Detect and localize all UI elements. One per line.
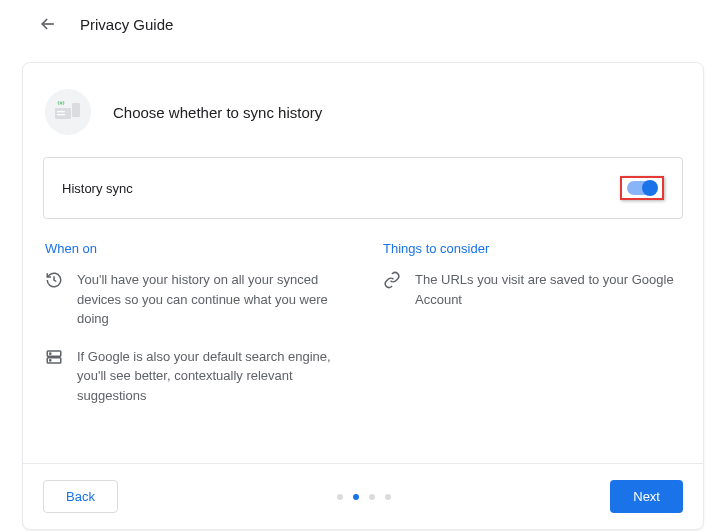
svg-rect-0 [55, 108, 71, 119]
footer: Back Next [23, 463, 703, 529]
header: Privacy Guide [0, 0, 726, 48]
step-dot [337, 494, 343, 500]
devices-sync-icon [45, 89, 91, 135]
back-arrow-icon[interactable] [38, 14, 58, 34]
history-clock-icon [45, 271, 63, 329]
when-on-column: When on You'll have your history on all … [45, 241, 343, 423]
svg-point-7 [50, 353, 51, 354]
history-sync-toggle[interactable] [627, 181, 657, 195]
consider-title: Things to consider [383, 241, 681, 256]
hero-title: Choose whether to sync history [113, 104, 322, 121]
toggle-highlight [620, 176, 664, 200]
bullet-text: If Google is also your default search en… [77, 347, 343, 406]
list-item: The URLs you visit are saved to your Goo… [383, 270, 681, 309]
svg-rect-2 [57, 114, 65, 115]
page-title: Privacy Guide [80, 16, 173, 33]
next-button[interactable]: Next [610, 480, 683, 513]
back-button[interactable]: Back [43, 480, 118, 513]
svg-point-4 [60, 102, 63, 105]
step-dots [337, 494, 391, 500]
consider-column: Things to consider The URLs you visit ar… [383, 241, 681, 423]
step-dot [385, 494, 391, 500]
history-sync-setting-row: History sync [43, 157, 683, 219]
info-columns: When on You'll have your history on all … [23, 219, 703, 433]
list-item: If Google is also your default search en… [45, 347, 343, 406]
bullet-text: You'll have your history on all your syn… [77, 270, 343, 329]
server-icon [45, 348, 63, 406]
hero: Choose whether to sync history [23, 63, 703, 157]
toggle-knob [642, 180, 658, 196]
privacy-card: Choose whether to sync history History s… [22, 62, 704, 530]
bullet-text: The URLs you visit are saved to your Goo… [415, 270, 681, 309]
when-on-title: When on [45, 241, 343, 256]
link-icon [383, 271, 401, 309]
step-dot [369, 494, 375, 500]
setting-label: History sync [62, 181, 133, 196]
svg-rect-1 [57, 111, 65, 112]
svg-rect-3 [72, 103, 80, 117]
step-dot-active [353, 494, 359, 500]
svg-point-8 [50, 359, 51, 360]
list-item: You'll have your history on all your syn… [45, 270, 343, 329]
